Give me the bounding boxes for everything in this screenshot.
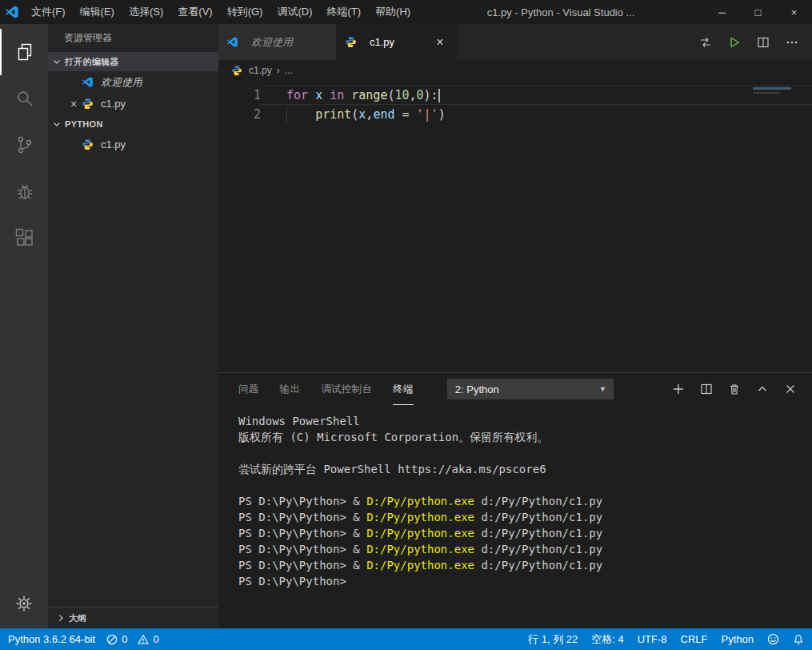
menu-go[interactable]: 转到(G) [220,0,270,24]
menu-bar: 文件(F) 编辑(E) 选择(S) 查看(V) 转到(G) 调试(D) 终端(T… [24,0,418,24]
run-icon[interactable] [722,30,746,54]
panel-actions [668,379,801,399]
terminal-line: PS D:\Py\Python> & D:/Py/python.exe d:/P… [238,525,812,541]
indentation-status[interactable]: 空格: 4 [591,632,623,647]
error-count: 0 [122,633,127,645]
outline-section-header[interactable]: 大纲 [48,607,218,628]
activity-settings[interactable] [0,579,48,628]
terminal-line: 尝试新的跨平台 PowerShell https://aka.ms/pscore… [238,461,812,477]
title-bar: 文件(F) 编辑(E) 选择(S) 查看(V) 转到(G) 调试(D) 终端(T… [0,0,812,24]
more-actions-icon[interactable] [780,30,804,54]
panel-tab-terminal[interactable]: 终端 [393,373,414,405]
open-editors-header[interactable]: 打开的编辑器 [48,52,218,71]
breadcrumb: c1.py › ... [218,60,812,81]
tab-c1-py[interactable]: c1.py × [337,24,457,60]
section-label: PYTHON [65,119,103,129]
code-editor[interactable]: 1for x in range(10,0):2 print(x,end = '|… [218,81,812,372]
activity-source-control[interactable] [0,122,48,168]
menu-edit[interactable]: 编辑(E) [73,0,122,24]
close-button[interactable]: × [776,0,812,24]
extensions-icon [14,227,35,248]
minimap-mark [753,87,791,90]
code-line-content[interactable]: for x in range(10,0): [261,86,812,105]
menu-view[interactable]: 查看(V) [170,0,219,24]
status-bar-right: 行 1, 列 22 空格: 4 UTF-8 CRLF Python [528,632,804,647]
chevron-down-icon [50,55,63,68]
maximize-button[interactable]: □ [740,0,776,24]
debug-icon [14,181,35,202]
tab-label: 欢迎使用 [251,35,293,50]
terminal-line: PS D:\Py\Python> & D:/Py/python.exe d:/P… [238,493,812,509]
menu-selection[interactable]: 选择(S) [122,0,170,24]
vscode-logo-icon [82,76,96,89]
editor-group: 欢迎使用 c1.py × [218,24,812,628]
close-icon[interactable]: × [432,34,448,50]
code-line[interactable]: 1for x in range(10,0): [218,86,812,105]
python-icon [82,98,96,110]
breadcrumb-file[interactable]: c1.py [249,65,272,76]
vscode-window: 文件(F) 编辑(E) 选择(S) 查看(V) 转到(G) 调试(D) 终端(T… [0,0,812,650]
line-number[interactable]: 2 [218,105,261,124]
menu-debug[interactable]: 调试(D) [270,0,319,24]
python-icon [82,138,96,151]
python-icon [345,36,359,49]
menu-help[interactable]: 帮助(H) [368,0,418,24]
minimize-button[interactable]: ─ [704,0,740,24]
terminal-instance-select[interactable]: 2: Python ▼ [447,379,614,399]
main-area: 资源管理器 打开的编辑器 欢迎使用 × c1.py [0,24,812,628]
cursor-position-status[interactable]: 行 1, 列 22 [528,632,578,647]
indent-guide [286,106,287,122]
tree-item-c1[interactable]: c1.py [48,134,218,155]
minimap[interactable] [753,87,801,94]
panel-tab-output[interactable]: 输出 [280,373,301,405]
language-status[interactable]: Python [722,633,754,645]
open-changes-icon[interactable] [694,30,718,54]
python-interpreter-status[interactable]: Python 3.6.2 64-bit [8,633,95,645]
breadcrumb-more[interactable]: ... [285,65,293,76]
bottom-panel: 问题 输出 调试控制台 终端 2: Python ▼ [218,372,812,628]
sidebar-title: 资源管理器 [48,24,218,52]
code-line-content[interactable]: print(x,end = '|') [261,105,812,124]
split-editor-icon[interactable] [751,30,775,54]
new-terminal-icon[interactable] [668,379,689,399]
maximize-panel-chevron-up-icon[interactable] [752,379,773,399]
tab-label: c1.py [370,36,394,48]
feedback-smiley-icon[interactable] [767,633,779,645]
activity-debug[interactable] [0,168,48,215]
gear-icon [14,593,34,614]
status-bar: Python 3.6.2 64-bit 0 0 行 1, 列 22 空格: 4 … [0,628,812,650]
activity-bar [0,24,48,628]
python-icon [231,64,244,77]
close-icon[interactable]: × [66,98,82,110]
kill-terminal-trash-icon[interactable] [724,379,745,399]
menu-file[interactable]: 文件(F) [24,0,73,24]
line-number[interactable]: 1 [218,86,261,105]
panel-tab-debug-console[interactable]: 调试控制台 [321,373,372,405]
open-editor-item-welcome[interactable]: 欢迎使用 [48,71,218,93]
problems-status[interactable]: 0 0 [106,633,158,645]
folder-section-header[interactable]: PYTHON [48,114,218,134]
menu-terminal[interactable]: 终端(T) [319,0,368,24]
terminal-line: Windows PowerShell [238,413,812,429]
open-editor-item-c1[interactable]: × c1.py [48,93,218,114]
tab-welcome[interactable]: 欢迎使用 [218,24,337,60]
vscode-logo-icon [226,36,241,49]
text-cursor [438,89,440,102]
activity-search[interactable] [0,75,48,122]
encoding-status[interactable]: UTF-8 [638,633,667,645]
editor-actions [694,24,812,60]
terminal-line: PS D:\Py\Python> & D:/Py/python.exe d:/P… [238,541,812,557]
chevron-down-icon: ▼ [599,385,606,393]
activity-spacer [0,261,48,579]
notifications-bell-icon[interactable] [793,634,804,645]
split-terminal-icon[interactable] [696,379,717,399]
panel-tab-problems[interactable]: 问题 [238,373,259,405]
eol-status[interactable]: CRLF [681,633,708,645]
activity-extensions[interactable] [0,215,48,261]
terminal-output[interactable]: Windows PowerShell版权所有 (C) Microsoft Cor… [218,405,812,628]
code-line[interactable]: 2 print(x,end = '|') [218,105,812,124]
terminal-line [238,445,812,461]
activity-explorer[interactable] [0,29,48,75]
breadcrumb-separator-icon: › [277,65,280,76]
close-panel-icon[interactable] [780,379,801,399]
